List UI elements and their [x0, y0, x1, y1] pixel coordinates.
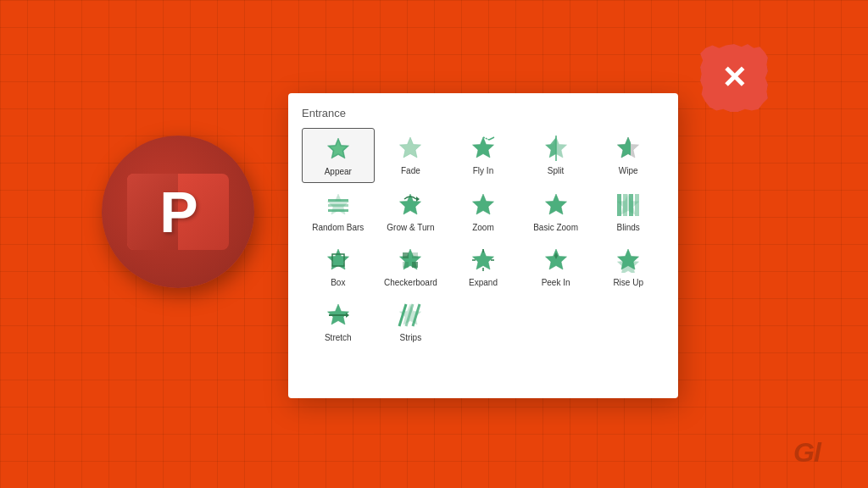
- svg-rect-13: [328, 199, 348, 202]
- svg-rect-30: [403, 252, 409, 258]
- anim-appear[interactable]: Appear: [302, 128, 375, 183]
- zoom-icon: [468, 190, 498, 220]
- rise-up-label: Rise Up: [613, 278, 643, 288]
- appear-label: Appear: [325, 167, 352, 177]
- anim-zoom[interactable]: Zoom: [447, 185, 520, 238]
- basic-zoom-icon: [541, 190, 571, 220]
- anim-stretch[interactable]: Stretch: [302, 295, 375, 348]
- svg-rect-31: [412, 252, 418, 258]
- random-bars-label: Random Bars: [312, 223, 364, 233]
- checkerboard-label: Checkerboard: [384, 278, 437, 288]
- fly-in-icon: [468, 133, 498, 164]
- appear-icon: [323, 134, 353, 164]
- wipe-label: Wipe: [619, 166, 638, 176]
- rise-up-icon: [613, 245, 643, 275]
- blinds-icon: [613, 190, 643, 220]
- close-badge[interactable]: ✕: [700, 44, 768, 112]
- svg-marker-8: [545, 137, 556, 158]
- anim-split[interactable]: Split: [520, 128, 593, 183]
- grow-turn-label: Grow & Turn: [387, 223, 434, 233]
- anim-box[interactable]: Box: [302, 240, 375, 293]
- svg-rect-24: [623, 194, 627, 216]
- checkerboard-icon: [395, 245, 426, 275]
- split-label: Split: [548, 166, 564, 176]
- powerpoint-letter: P: [159, 179, 196, 245]
- wipe-icon: [613, 133, 643, 164]
- strips-icon: [395, 300, 426, 330]
- anim-basic-zoom[interactable]: Basic Zoom: [520, 185, 593, 238]
- svg-marker-45: [346, 313, 349, 318]
- basic-zoom-label: Basic Zoom: [533, 223, 578, 233]
- animations-grid: Appear Fade Fly In: [302, 128, 665, 348]
- peek-in-label: Peek In: [542, 278, 570, 288]
- anim-rise-up[interactable]: Rise Up: [592, 240, 665, 293]
- close-icon: ✕: [721, 63, 747, 93]
- gl-logo-text: Gl: [793, 437, 821, 468]
- grow-turn-icon: [395, 190, 426, 220]
- anim-fly-in[interactable]: Fly In: [447, 128, 520, 183]
- svg-rect-26: [635, 194, 639, 216]
- expand-label: Expand: [469, 278, 498, 288]
- stretch-icon: [323, 300, 353, 330]
- fade-label: Fade: [401, 166, 420, 176]
- anim-strips[interactable]: Strips: [375, 295, 448, 348]
- random-bars-icon: [323, 190, 353, 220]
- peek-in-icon: [541, 245, 571, 275]
- svg-marker-3: [472, 137, 493, 158]
- svg-rect-15: [328, 209, 348, 212]
- stretch-label: Stretch: [325, 333, 352, 343]
- svg-marker-19: [472, 194, 493, 214]
- close-badge-shape[interactable]: ✕: [700, 44, 768, 112]
- strips-label: Strips: [400, 333, 422, 343]
- expand-icon: [468, 245, 498, 275]
- svg-rect-32: [403, 262, 409, 268]
- zoom-label: Zoom: [472, 223, 494, 233]
- powerpoint-logo: P: [102, 136, 254, 288]
- box-label: Box: [331, 278, 345, 288]
- svg-marker-21: [545, 194, 566, 214]
- box-icon: [323, 245, 353, 275]
- anim-wipe[interactable]: Wipe: [592, 128, 665, 183]
- section-label: Entrance: [302, 107, 665, 119]
- svg-rect-33: [412, 262, 418, 268]
- fly-in-label: Fly In: [473, 166, 493, 176]
- blinds-label: Blinds: [617, 223, 640, 233]
- svg-line-5: [489, 137, 494, 140]
- anim-peek-in[interactable]: Peek In: [520, 240, 593, 293]
- anim-grow-turn[interactable]: Grow & Turn: [375, 185, 448, 238]
- anim-expand[interactable]: Expand: [447, 240, 520, 293]
- anim-blinds[interactable]: Blinds: [592, 185, 665, 238]
- anim-checkerboard[interactable]: Checkerboard: [375, 240, 448, 293]
- fade-icon: [395, 133, 426, 164]
- gl-logo: Gl: [793, 437, 848, 474]
- svg-rect-23: [617, 194, 621, 216]
- split-icon: [541, 133, 571, 164]
- svg-rect-25: [629, 194, 633, 216]
- anim-fade[interactable]: Fade: [375, 128, 448, 183]
- svg-marker-2: [400, 137, 421, 158]
- svg-marker-17: [416, 197, 420, 202]
- svg-rect-14: [328, 204, 348, 207]
- entrance-panel: Entrance Appear Fade: [288, 93, 678, 398]
- anim-random-bars[interactable]: Random Bars: [302, 185, 375, 238]
